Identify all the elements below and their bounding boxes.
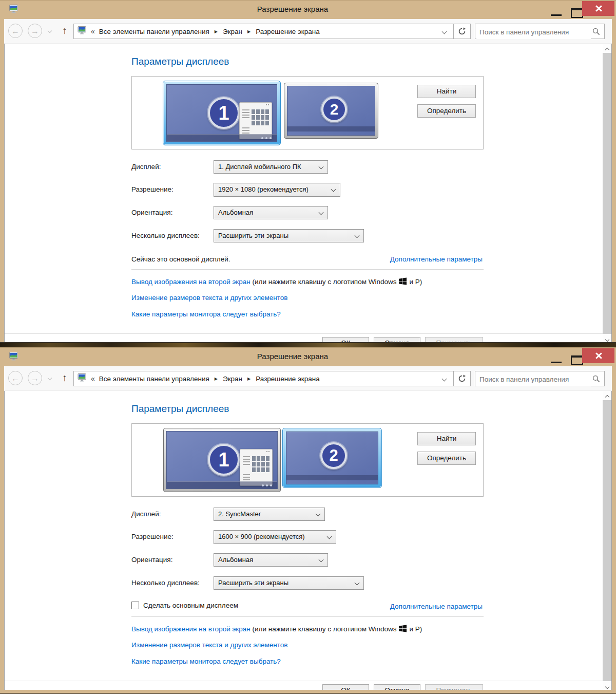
monitor-2-number-badge: 2 (321, 97, 347, 122)
display-label: Дисплей: (131, 163, 161, 171)
scroll-down-button[interactable] (603, 334, 611, 343)
up-button[interactable]: ↑ (57, 24, 72, 38)
breadcrumb-control-panel[interactable]: Все элементы панели управления (99, 28, 209, 35)
apply-button[interactable]: Применить (425, 684, 483, 690)
breadcrumb-collapse-chevrons[interactable]: « (91, 374, 95, 383)
monitor-1-taskbar (167, 134, 277, 141)
monitor-arrangement-panel: 1 2 Найти Определить (131, 423, 484, 497)
search-icon[interactable] (592, 28, 600, 37)
multiple-displays-select[interactable]: Расширить эти экраны (214, 576, 364, 590)
scroll-up-button[interactable] (603, 391, 611, 400)
monitor-2[interactable]: 2 (284, 83, 378, 139)
display-select[interactable]: 2. SyncMaster (214, 508, 325, 521)
search-icon[interactable] (592, 375, 600, 385)
close-button[interactable] (582, 1, 614, 16)
which-settings-link[interactable]: Какие параметры монитора следует выбрать… (131, 658, 281, 665)
identify-button[interactable]: Определить (417, 104, 476, 118)
orientation-select[interactable]: Альбомная (214, 206, 328, 219)
window-title: Разрешение экрана (62, 352, 524, 361)
advanced-settings-link[interactable]: Дополнительные параметры (390, 255, 483, 263)
project-second-screen-link[interactable]: Вывод изображения на второй экран (131, 625, 251, 633)
minimize-button[interactable] (547, 353, 566, 365)
text-size-link[interactable]: Изменение размеров текста и других элеме… (131, 294, 288, 302)
vertical-scrollbar[interactable] (603, 44, 611, 343)
breadcrumb-separator-icon[interactable]: ▶ (247, 29, 251, 34)
breadcrumb-separator-icon[interactable]: ▶ (215, 29, 218, 34)
scroll-down-button[interactable] (603, 681, 611, 690)
minimize-icon (551, 362, 562, 363)
cancel-button[interactable]: Отмена (374, 337, 420, 343)
refresh-button[interactable] (453, 371, 471, 386)
primary-display-note: Сейчас это основной дисплей. (131, 255, 230, 263)
refresh-icon (458, 374, 466, 383)
breadcrumb-screen-resolution[interactable]: Разрешение экрана (256, 375, 320, 383)
desktop-wallpaper-strip (0, 343, 616, 347)
breadcrumb-screen[interactable]: Экран (223, 28, 242, 35)
address-bar[interactable]: « Все элементы панели управления ▶ Экран… (73, 371, 454, 386)
scroll-up-button[interactable] (603, 44, 611, 53)
identify-button[interactable]: Определить (417, 452, 476, 465)
monitor-1[interactable]: 1 (163, 81, 281, 145)
back-button[interactable]: ← (8, 371, 23, 385)
cancel-button[interactable]: Отмена (374, 684, 420, 690)
monitor-2[interactable]: 2 (282, 428, 382, 488)
monitor-1-number-badge: 1 (208, 444, 240, 476)
titlebar[interactable]: Разрешение экрана (0, 1, 616, 19)
advanced-settings-link[interactable]: Дополнительные параметры (390, 603, 483, 610)
minimize-button[interactable] (547, 6, 566, 18)
resolution-select-value: 1920 × 1080 (рекомендуется) (218, 185, 309, 193)
navigation-toolbar: ← → ↑ « Все элементы панели управления ▶… (4, 366, 612, 391)
maximize-icon (571, 355, 583, 365)
search-input[interactable] (476, 372, 591, 386)
find-button[interactable]: Найти (417, 85, 476, 98)
refresh-button[interactable] (453, 24, 471, 39)
ok-button[interactable]: ОК (322, 337, 369, 343)
resolution-select[interactable]: 1600 × 900 (рекомендуется) (214, 530, 336, 544)
make-primary-checkbox[interactable] (131, 602, 139, 609)
breadcrumb-control-panel[interactable]: Все элементы панели управления (99, 375, 209, 383)
close-button[interactable] (582, 348, 614, 363)
apply-button[interactable]: Применить (425, 337, 483, 343)
address-dropdown-chevron-icon[interactable] (442, 29, 447, 34)
display-icon (9, 352, 19, 363)
scrollbar-thumb[interactable] (603, 53, 611, 334)
orientation-select[interactable]: Альбомная (214, 553, 328, 567)
multiple-displays-label: Несколько дисплеев: (131, 232, 200, 239)
breadcrumb-separator-icon[interactable]: ▶ (247, 377, 251, 381)
vertical-scrollbar[interactable] (603, 391, 611, 690)
find-button[interactable]: Найти (417, 432, 476, 445)
content-area: Параметры дисплеев 1 2 Найти (4, 391, 612, 690)
forward-button[interactable]: → (28, 24, 42, 38)
recent-pages-chevron-icon[interactable] (48, 376, 52, 380)
which-settings-row: Какие параметры монитора следует выбрать… (131, 658, 281, 665)
chevron-up-icon (605, 48, 609, 52)
breadcrumb-screen[interactable]: Экран (223, 375, 242, 383)
back-button[interactable]: ← (8, 24, 23, 38)
breadcrumb-screen-resolution[interactable]: Разрешение экрана (256, 28, 320, 35)
text-size-link[interactable]: Изменение размеров текста и других элеме… (131, 641, 288, 649)
project-second-screen-link[interactable]: Вывод изображения на второй экран (131, 278, 251, 286)
up-button[interactable]: ↑ (57, 371, 72, 385)
divider (131, 616, 484, 617)
multiple-displays-select[interactable]: Расширить эти экраны (214, 229, 364, 242)
breadcrumb-separator-icon[interactable]: ▶ (215, 377, 218, 381)
address-bar[interactable]: « Все элементы панели управления ▶ Экран… (73, 24, 454, 39)
divider (5, 681, 611, 681)
search-input[interactable] (476, 25, 591, 39)
display-icon (78, 26, 87, 36)
multiple-displays-select-value: Расширить эти экраны (218, 232, 288, 239)
search-box (475, 371, 605, 386)
which-settings-link[interactable]: Какие параметры монитора следует выбрать… (131, 310, 281, 318)
resolution-select[interactable]: 1920 × 1080 (рекомендуется) (214, 183, 340, 197)
display-select[interactable]: 1. Дисплей мобильного ПК (214, 160, 328, 174)
monitor-1[interactable]: 1 (163, 428, 281, 492)
chevron-down-icon (605, 337, 609, 342)
forward-button[interactable]: → (28, 371, 42, 385)
address-dropdown-chevron-icon[interactable] (442, 376, 447, 381)
recent-pages-chevron-icon[interactable] (48, 29, 52, 33)
breadcrumb-collapse-chevrons[interactable]: « (91, 27, 95, 35)
scrollbar-thumb[interactable] (603, 400, 611, 681)
titlebar[interactable]: Разрешение экрана (0, 348, 616, 366)
second-screen-note: (или нажмите клавишу с логотипом Windows (252, 625, 396, 633)
ok-button[interactable]: ОК (322, 684, 369, 690)
